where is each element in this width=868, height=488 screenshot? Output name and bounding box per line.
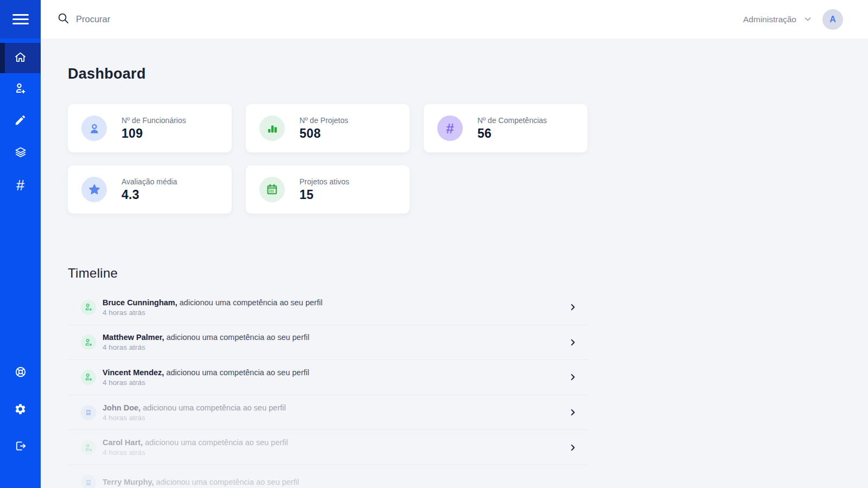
person-icon: [81, 115, 107, 141]
main-content: Dashboard Nº de Funcionários 109: [41, 38, 868, 488]
stat-card-avaliacao: Avaliação média 4.3: [68, 165, 232, 214]
sidebar-item-tags[interactable]: #: [0, 170, 41, 201]
stat-value: 109: [122, 126, 186, 141]
timeline-user: Matthew Palmer,: [103, 333, 164, 342]
hash-icon: #: [16, 178, 24, 193]
chevron-right-icon[interactable]: [568, 373, 577, 382]
timeline-action: adicionou uma competência ao seu perfil: [143, 403, 286, 412]
stat-cards: Nº de Funcionários 109 Nº de Projetos 50…: [68, 104, 602, 214]
stat-card-competencias: # Nº de Competências 56: [424, 104, 588, 152]
search-input[interactable]: [76, 14, 260, 24]
document-icon: [81, 405, 96, 420]
user-add-icon: [81, 335, 96, 350]
bar-chart-icon: [259, 115, 285, 141]
document-icon: [81, 475, 96, 488]
search-bar: [57, 12, 260, 27]
timeline-user: Terry Murphy,: [103, 478, 154, 486]
topbar: Administração A: [41, 0, 868, 38]
help-buoy-icon: [14, 365, 27, 381]
timeline-row[interactable]: Matthew Palmer, adicionou uma competênci…: [68, 325, 587, 361]
timeline-user: Carol Hart,: [103, 438, 143, 447]
account-menu[interactable]: Administração A: [743, 9, 843, 30]
search-icon[interactable]: [57, 12, 69, 27]
timeline-action: adicionou uma competência ao seu perfil: [180, 298, 323, 307]
user-add-icon: [14, 82, 27, 97]
calendar-icon: [259, 177, 285, 202]
user-add-icon: [81, 370, 96, 385]
sidebar-item-add-user[interactable]: [0, 74, 41, 105]
timeline-row[interactable]: Bruce Cunningham, adicionou uma competên…: [68, 290, 587, 325]
timeline-time: 4 horas atrás: [103, 448, 288, 457]
chevron-down-icon: [803, 14, 813, 26]
stat-label: Nº de Funcionários: [122, 116, 186, 125]
hamburger-icon: [12, 11, 29, 27]
timeline-action: adicionou uma competência ao seu perfil: [166, 368, 309, 377]
page-title: Dashboard: [68, 66, 146, 82]
timeline-row[interactable]: Vincent Mendez, adicionou uma competênci…: [68, 360, 587, 395]
sidebar-item-edit[interactable]: [0, 106, 41, 136]
timeline-action: adicionou uma competência ao seu perfil: [156, 478, 299, 486]
menu-toggle-button[interactable]: [0, 0, 41, 38]
home-icon: [14, 51, 27, 66]
logout-icon: [14, 440, 27, 454]
user-add-icon: [81, 440, 96, 455]
stat-label: Projetos ativos: [299, 177, 349, 186]
timeline-action: adicionou uma competência ao seu perfil: [167, 333, 310, 342]
stat-card-projetos: Nº de Projetos 508: [246, 104, 410, 152]
timeline-row[interactable]: Terry Murphy, adicionou uma competência …: [68, 465, 587, 488]
stat-card-funcionarios: Nº de Funcionários 109: [68, 104, 232, 152]
timeline-row[interactable]: John Doe, adicionou uma competência ao s…: [68, 395, 587, 431]
stat-card-projetos-ativos: Projetos ativos 15: [246, 165, 410, 214]
chevron-right-icon[interactable]: [568, 408, 577, 417]
chevron-right-icon[interactable]: [568, 443, 577, 452]
timeline-row[interactable]: Carol Hart, adicionou uma competência ao…: [68, 430, 587, 465]
timeline-time: 4 horas atrás: [103, 414, 286, 422]
user-add-icon: [81, 300, 96, 315]
avatar[interactable]: A: [822, 9, 843, 30]
sidebar: #: [0, 0, 41, 488]
chevron-right-icon[interactable]: [568, 338, 577, 347]
sidebar-item-settings[interactable]: [0, 395, 41, 425]
sidebar-item-logout[interactable]: [0, 432, 41, 462]
timeline-time: 4 horas atrás: [103, 309, 322, 317]
stat-value: 4.3: [122, 188, 177, 202]
sidebar-item-help[interactable]: [0, 358, 41, 388]
timeline-title: Timeline: [68, 266, 118, 281]
sidebar-item-home[interactable]: [0, 43, 41, 73]
hash-icon: #: [437, 115, 463, 141]
timeline-list: Bruce Cunningham, adicionou uma competên…: [68, 290, 587, 488]
timeline-user: Bruce Cunningham,: [103, 298, 177, 307]
timeline-user: Vincent Mendez,: [103, 368, 164, 377]
stat-value: 56: [477, 126, 547, 141]
timeline-time: 4 horas atrás: [103, 343, 309, 351]
sidebar-item-layers[interactable]: [0, 138, 41, 169]
timeline-action: adicionou uma competência ao seu perfil: [145, 438, 288, 447]
timeline-user: John Doe,: [103, 403, 141, 412]
star-icon: [81, 177, 107, 202]
stat-label: Avaliação média: [122, 177, 177, 186]
chevron-right-icon[interactable]: [568, 303, 577, 312]
pencil-icon: [14, 114, 27, 129]
timeline-time: 4 horas atrás: [103, 378, 309, 387]
stat-label: Nº de Projetos: [299, 116, 348, 125]
stat-label: Nº de Competências: [477, 116, 547, 125]
stat-value: 15: [299, 188, 349, 202]
layers-icon: [14, 146, 27, 161]
account-menu-label: Administração: [743, 15, 796, 24]
gear-icon: [14, 403, 27, 418]
stat-value: 508: [299, 126, 348, 141]
